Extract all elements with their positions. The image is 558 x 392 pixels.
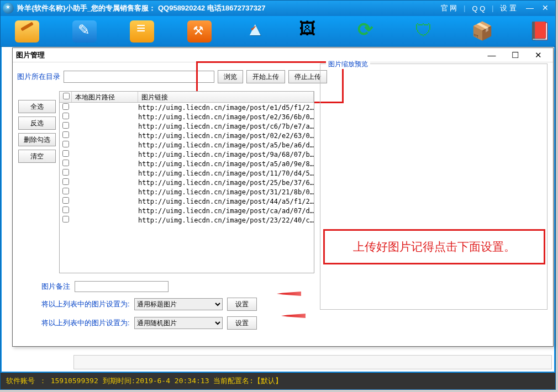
row-checkbox[interactable] <box>62 113 69 119</box>
toolbar-books-icon[interactable] <box>528 20 552 43</box>
cell-link: http://uimg.liecdn.cn/image/post/c6/7b/e… <box>138 123 314 130</box>
cell-link: http://uimg.liecdn.cn/image/post/11/70/d… <box>138 169 314 177</box>
cell-link: http://uimg.liecdn.cn/image/post/44/a5/f… <box>138 198 314 205</box>
row-checkbox[interactable] <box>62 122 69 129</box>
cell-link: http://uimg.liecdn.cn/image/post/02/e2/6… <box>138 132 314 140</box>
row-checkbox[interactable] <box>62 131 69 138</box>
set-button-1[interactable]: 设置 <box>227 298 257 311</box>
set-as-label-2: 将以上列表中的图片设置为: <box>41 318 130 328</box>
table-row[interactable]: http://uimg.liecdn.cn/image/post/02/e2/6… <box>60 131 314 140</box>
row-checkbox[interactable] <box>62 206 69 213</box>
link-settings[interactable]: 设 置 <box>494 2 522 14</box>
bottom-panel <box>73 355 552 369</box>
set-as-select-1[interactable]: 通用标题图片 <box>134 298 223 310</box>
row-checkbox[interactable] <box>62 141 69 147</box>
table-row[interactable]: http://uimg.liecdn.cn/image/post/e2/36/6… <box>60 112 314 121</box>
row-checkbox[interactable] <box>62 169 69 176</box>
dialog-title: 图片管理 <box>16 50 45 60</box>
set-as-label-1: 将以上列表中的图片设置为: <box>41 299 130 309</box>
link-website[interactable]: 官 网 <box>435 2 463 14</box>
top-links: 官 网 | Q Q | 设 置 <box>435 2 522 14</box>
link-qq[interactable]: Q Q <box>466 3 491 14</box>
col-link[interactable]: 图片链接 <box>138 92 314 102</box>
toolbar-image-icon[interactable] <box>298 20 322 43</box>
toolbar-config-icon[interactable] <box>15 20 39 43</box>
main-close-button[interactable]: ✕ <box>538 3 553 13</box>
table-row[interactable]: http://uimg.liecdn.cn/image/post/c6/7b/e… <box>60 121 314 131</box>
set-button-2[interactable]: 设置 <box>227 316 257 330</box>
table-header: 本地图片路径 图片链接 <box>60 92 314 103</box>
row-checkbox[interactable] <box>62 150 69 157</box>
row-checkbox[interactable] <box>62 178 69 185</box>
cell-link: http://uimg.liecdn.cn/image/post/31/21/8… <box>138 188 314 196</box>
table-row[interactable]: http://uimg.liecdn.cn/image/post/44/a5/f… <box>60 197 314 206</box>
cell-link: http://uimg.liecdn.cn/image/post/9a/68/0… <box>138 151 314 158</box>
table-row[interactable]: http://uimg.liecdn.cn/image/post/31/21/8… <box>60 187 314 197</box>
preview-groupbox: 图片缩放预览 <box>320 63 548 310</box>
row-checkbox[interactable] <box>62 188 69 194</box>
cell-link: http://uimg.liecdn.cn/image/post/25/be/3… <box>138 179 314 187</box>
toolbar-shield-icon[interactable] <box>413 20 437 43</box>
start-upload-button[interactable]: 开始上传 <box>246 70 285 83</box>
main-titlebar: 羚羊{软件名称}小助手_您的专属销售客服： QQ958920242 电话1867… <box>1 1 555 16</box>
delete-checked-button[interactable]: 删除勾选 <box>18 133 56 146</box>
image-manage-dialog: 图片管理 — ☐ ✕ 图片所在目录 浏览 开始上传 停止上传 全选 反选 删除勾… <box>12 47 554 347</box>
cell-link: http://uimg.liecdn.cn/image/post/e2/36/6… <box>138 113 314 121</box>
status-text: 软件账号 ： 15910599392 到期时间:2019-6-4 20:34:1… <box>6 376 282 386</box>
table-row[interactable]: http://uimg.liecdn.cn/image/post/11/70/d… <box>60 168 314 178</box>
table-row[interactable]: http://uimg.liecdn.cn/image/post/a5/be/a… <box>60 140 314 150</box>
select-all-button[interactable]: 全选 <box>18 100 56 113</box>
toolbar-refresh-icon[interactable] <box>355 20 380 43</box>
preview-group-title: 图片缩放预览 <box>326 60 370 69</box>
dialog-titlebar: 图片管理 — ☐ ✕ <box>13 48 553 62</box>
dialog-maximize-button[interactable]: ☐ <box>503 49 527 62</box>
row-checkbox[interactable] <box>62 216 69 223</box>
cell-link: http://uimg.liecdn.cn/image/post/a5/be/a… <box>138 141 314 149</box>
status-bar: 软件账号 ： 15910599392 到期时间:2019-6-4 20:34:1… <box>1 373 555 389</box>
cell-link: http://uimg.liecdn.cn/image/post/23/22/4… <box>138 216 314 224</box>
invert-select-button[interactable]: 反选 <box>18 116 56 130</box>
annotation-text: 上传好图片记得点击下面设置。 <box>353 239 515 255</box>
note-input[interactable] <box>75 281 169 292</box>
app-title: 羚羊{软件名称}小助手_您的专属销售客服： QQ958920242 电话1867… <box>17 3 265 13</box>
toolbar-edit-icon[interactable] <box>72 20 97 43</box>
row-checkbox[interactable] <box>62 103 69 110</box>
dialog-close-button[interactable]: ✕ <box>527 49 550 62</box>
clear-button[interactable]: 清空 <box>18 150 56 163</box>
table-row[interactable]: http://uimg.liecdn.cn/image/post/23/22/4… <box>60 215 314 225</box>
table-body: http://uimg.liecdn.cn/image/post/e1/d5/f… <box>60 103 314 225</box>
bottom-form: 图片备注 将以上列表中的图片设置为: 通用标题图片 设置 将以上列表中的图片设置… <box>41 276 257 330</box>
table-row[interactable]: http://uimg.liecdn.cn/image/post/25/be/3… <box>60 178 314 187</box>
dialog-body: 图片所在目录 浏览 开始上传 停止上传 全选 反选 删除勾选 清空 本地图片路径… <box>17 65 549 342</box>
col-local-path[interactable]: 本地图片路径 <box>72 92 138 102</box>
col-check[interactable] <box>60 92 72 102</box>
cell-link: http://uimg.liecdn.cn/image/post/ca/ad/0… <box>138 207 314 215</box>
dialog-minimize-button[interactable]: — <box>480 49 503 62</box>
main-toolbar <box>1 16 555 47</box>
image-table[interactable]: 本地图片路径 图片链接 http://uimg.liecdn.cn/image/… <box>59 91 314 273</box>
table-row[interactable]: http://uimg.liecdn.cn/image/post/ca/ad/0… <box>60 206 314 215</box>
side-action-buttons: 全选 反选 删除勾选 清空 <box>18 100 56 163</box>
table-row[interactable]: http://uimg.liecdn.cn/image/post/9a/68/0… <box>60 150 314 159</box>
cell-link: http://uimg.liecdn.cn/image/post/e1/d5/f… <box>138 104 314 112</box>
path-label: 图片所在目录 <box>17 72 60 82</box>
set-as-select-2[interactable]: 通用随机图片 <box>134 317 223 329</box>
header-checkbox[interactable] <box>63 93 70 99</box>
browse-button[interactable]: 浏览 <box>218 70 243 83</box>
path-input[interactable] <box>64 71 214 83</box>
app-logo-icon <box>3 3 14 14</box>
row-checkbox[interactable] <box>62 160 69 166</box>
main-minimize-button[interactable]: — <box>522 3 538 13</box>
row-checkbox[interactable] <box>62 197 69 204</box>
cell-link: http://uimg.liecdn.cn/image/post/a5/a0/9… <box>138 160 314 168</box>
table-row[interactable]: http://uimg.liecdn.cn/image/post/e1/d5/f… <box>60 103 314 112</box>
table-row[interactable]: http://uimg.liecdn.cn/image/post/a5/a0/9… <box>60 159 314 168</box>
note-label: 图片备注 <box>41 282 70 292</box>
toolbar-package-icon[interactable] <box>470 20 494 43</box>
toolbar-mountain-icon[interactable] <box>245 20 265 43</box>
toolbar-list-icon[interactable] <box>130 20 154 43</box>
toolbar-tools-icon[interactable] <box>187 20 212 43</box>
annotation-box-hint: 上传好图片记得点击下面设置。 <box>323 229 545 264</box>
